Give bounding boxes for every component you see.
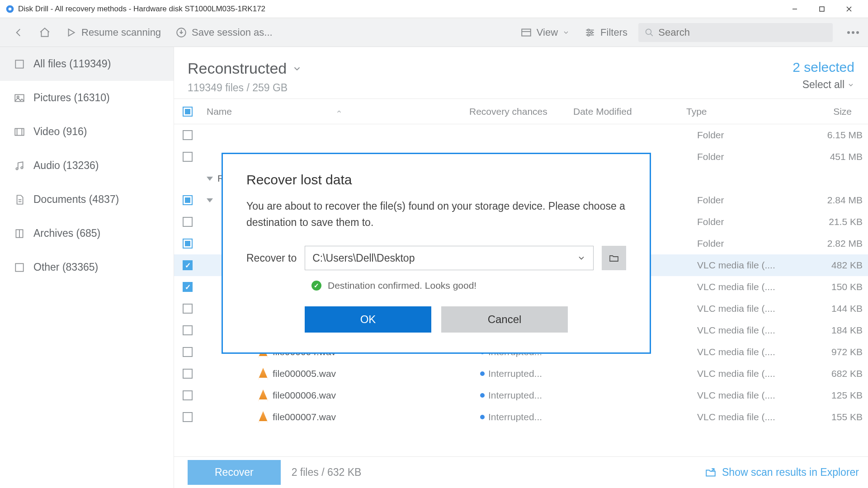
file-size: 482 KB: [787, 260, 868, 271]
file-stats: 119349 files / 259 GB: [188, 82, 302, 94]
browse-folder-button[interactable]: [602, 246, 626, 270]
file-type: VLC media file (....: [692, 260, 787, 271]
show-in-explorer-link[interactable]: Show scan results in Explorer: [705, 466, 859, 479]
file-size: 682 KB: [787, 368, 868, 379]
table-row[interactable]: file000006.wavInterrupted...VLC media fi…: [174, 385, 868, 406]
filters-label: Filters: [600, 27, 627, 38]
recovery-status: Interrupted...: [488, 368, 542, 379]
save-session-button[interactable]: Save session as...: [172, 24, 276, 41]
row-checkbox[interactable]: [183, 152, 193, 162]
file-size: 144 KB: [787, 303, 868, 314]
close-button[interactable]: [835, 0, 863, 18]
sidebar-item-other[interactable]: Other (83365): [0, 250, 174, 284]
table-row[interactable]: Folder6.15 MB: [174, 124, 868, 146]
search-box[interactable]: [638, 23, 833, 42]
column-type[interactable]: Type: [681, 99, 776, 124]
svg-point-12: [588, 29, 590, 31]
sidebar-item-video[interactable]: Video (916): [0, 115, 174, 149]
recover-button[interactable]: Recover: [188, 460, 281, 485]
sidebar-item-audio[interactable]: Audio (13236): [0, 149, 174, 183]
file-type: VLC media file (....: [692, 303, 787, 314]
sidebar-item-archives[interactable]: Archives (685): [0, 216, 174, 250]
maximize-button[interactable]: [808, 0, 835, 18]
folder-open-icon: [705, 467, 717, 479]
vlc-file-icon: [258, 368, 268, 380]
row-checkbox[interactable]: [183, 282, 193, 292]
content-header: Reconstructed 119349 files / 259 GB 2 se…: [174, 47, 868, 99]
file-size: 125 KB: [787, 390, 868, 401]
vlc-file-icon: [258, 411, 268, 423]
file-type: Folder: [692, 216, 787, 227]
filters-button[interactable]: Filters: [580, 24, 631, 41]
row-checkbox[interactable]: [183, 369, 193, 379]
file-size: 150 KB: [787, 282, 868, 292]
sort-asc-icon: [336, 108, 342, 115]
row-checkbox[interactable]: [183, 412, 193, 422]
save-session-label: Save session as...: [192, 27, 273, 38]
svg-point-14: [588, 34, 590, 36]
svg-rect-7: [522, 29, 531, 36]
cancel-button[interactable]: Cancel: [441, 306, 568, 333]
chevron-down-icon: [577, 253, 586, 263]
header-checkbox[interactable]: [174, 99, 201, 124]
row-checkbox[interactable]: [183, 325, 193, 335]
page-title[interactable]: Reconstructed: [188, 60, 302, 77]
column-size[interactable]: Size: [776, 99, 857, 124]
row-checkbox[interactable]: [183, 239, 193, 249]
column-date[interactable]: Date Modified: [568, 99, 681, 124]
expand-caret-icon[interactable]: [207, 177, 213, 181]
table-row[interactable]: file000007.wavInterrupted...VLC media fi…: [174, 406, 868, 428]
column-name[interactable]: Name: [201, 99, 464, 124]
sidebar-item-all-files[interactable]: All files (119349): [0, 47, 174, 81]
view-button[interactable]: View: [517, 24, 573, 41]
sidebar-item-label: Documents (4837): [33, 193, 119, 206]
more-menu-button[interactable]: [847, 31, 859, 34]
recovery-status: Interrupted...: [488, 412, 542, 422]
row-checkbox[interactable]: [183, 260, 193, 270]
row-checkbox[interactable]: [183, 347, 193, 357]
row-checkbox[interactable]: [183, 195, 193, 205]
minimize-button[interactable]: [781, 0, 808, 18]
toolbar: Resume scanning Save session as... View …: [0, 18, 868, 47]
chevron-down-icon: [292, 64, 302, 74]
sidebar-item-pictures[interactable]: Pictures (16310): [0, 81, 174, 115]
row-checkbox[interactable]: [183, 390, 193, 400]
sidebar-item-label: Other (83365): [33, 261, 98, 273]
sidebar-item-documents[interactable]: Documents (4837): [0, 183, 174, 216]
dialog-description: You are about to recover the file(s) fou…: [246, 198, 626, 230]
row-checkbox[interactable]: [183, 304, 193, 314]
search-icon: [645, 28, 654, 38]
sidebar-item-label: Archives (685): [33, 227, 100, 239]
resume-label: Resume scanning: [81, 27, 161, 38]
status-dot-icon: [480, 371, 485, 376]
resume-scanning-button[interactable]: Resume scanning: [61, 24, 165, 41]
file-type: VLC media file (....: [692, 390, 787, 401]
destination-dropdown[interactable]: C:\Users\Dell\Desktop: [305, 246, 594, 270]
recover-dialog: Recover lost data You are about to recov…: [222, 153, 651, 354]
svg-point-13: [590, 31, 592, 33]
app-icon: [5, 5, 14, 14]
column-recovery[interactable]: Recovery chances: [464, 99, 568, 124]
expand-caret-icon[interactable]: [207, 198, 213, 202]
file-type: Folder: [692, 130, 787, 141]
titlebar: Disk Drill - All recovery methods - Hard…: [0, 0, 868, 18]
file-size: 155 KB: [787, 412, 868, 422]
file-size: 451 MB: [787, 151, 868, 162]
search-input[interactable]: [658, 27, 826, 38]
file-size: 2.82 MB: [787, 238, 868, 249]
row-checkbox[interactable]: [183, 217, 193, 227]
table-row[interactable]: file000005.wavInterrupted...VLC media fi…: [174, 363, 868, 385]
ok-button[interactable]: OK: [305, 306, 431, 333]
footer: Recover 2 files / 632 KB Show scan resul…: [174, 456, 868, 488]
svg-line-16: [651, 33, 653, 36]
back-button[interactable]: [9, 24, 28, 41]
file-type: Folder: [692, 238, 787, 249]
file-type: Folder: [692, 151, 787, 162]
home-button[interactable]: [35, 24, 54, 41]
row-checkbox[interactable]: [183, 130, 193, 140]
status-dot-icon: [480, 393, 485, 398]
select-all-button[interactable]: Select all: [793, 79, 854, 91]
file-type: VLC media file (....: [692, 325, 787, 336]
file-type: VLC media file (....: [692, 412, 787, 422]
svg-rect-18: [15, 94, 24, 101]
